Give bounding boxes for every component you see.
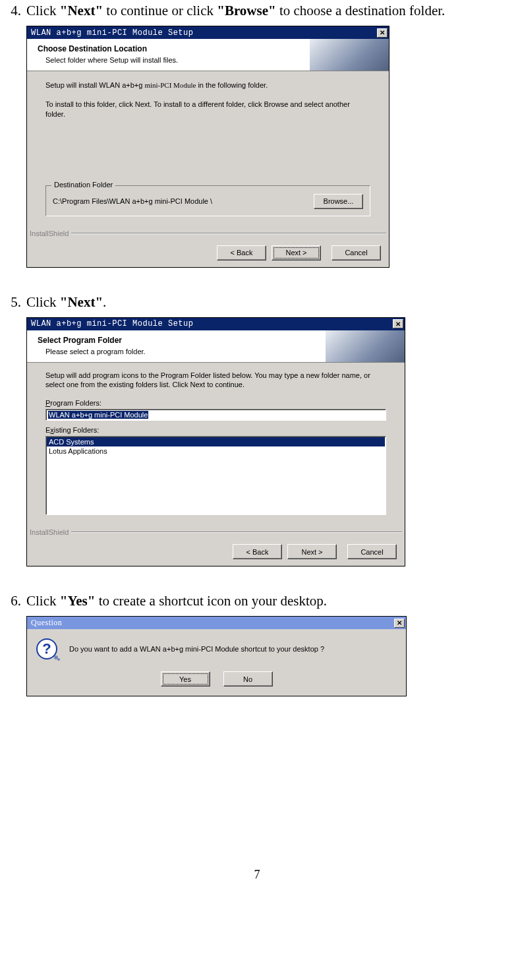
window-title: WLAN a+b+g mini-PCI Module Setup xyxy=(28,28,376,38)
footer-separator: InstallShield xyxy=(30,230,386,237)
existing-folders-list[interactable]: ACD Systems Lotus Applications xyxy=(45,436,386,515)
header-graphic xyxy=(326,330,405,363)
step-5-text: Click "Next". xyxy=(26,294,514,311)
close-icon[interactable]: ✕ xyxy=(377,28,388,38)
titlebar: WLAN a+b+g mini-PCI Module Setup ✕ xyxy=(27,26,389,39)
list-item[interactable]: Lotus Applications xyxy=(47,446,385,456)
back-button[interactable]: < Back xyxy=(217,245,266,260)
paragraph-1: Setup will add program icons to the Prog… xyxy=(45,371,386,390)
close-icon[interactable]: ✕ xyxy=(393,319,403,328)
browse-button[interactable]: Browse... xyxy=(314,194,363,209)
program-folders-label: Program Folders: xyxy=(45,399,386,407)
wizard-buttons: < Back Next > Cancel xyxy=(27,237,389,267)
step-6: 6. Click "Yes" to create a shortcut icon… xyxy=(0,593,514,609)
message-text: Do you want to add a WLAN a+b+g mini-PCI… xyxy=(69,645,324,653)
list-item[interactable]: ACD Systems xyxy=(47,437,385,446)
dialog-destination: WLAN a+b+g mini-PCI Module Setup ✕ Choos… xyxy=(27,26,389,267)
close-icon[interactable]: ✕ xyxy=(394,619,405,628)
step-6-text: Click "Yes" to create a shortcut icon on… xyxy=(26,593,514,609)
step-4-number: 4. xyxy=(3,3,26,19)
step-4-text: Click "Next" to continue or click "Brows… xyxy=(26,3,514,19)
destination-group: Destination Folder C:\Program Files\WLAN… xyxy=(45,185,370,216)
step-5: 5. Click "Next". xyxy=(0,294,514,311)
cancel-button[interactable]: Cancel xyxy=(331,245,381,260)
no-button[interactable]: No xyxy=(223,671,273,687)
program-folder-input[interactable]: WLAN a+b+g mini-PCI Module xyxy=(45,409,386,421)
step-6-number: 6. xyxy=(3,593,26,609)
paragraph-1: Setup will install WLAN a+b+g mini-PCI M… xyxy=(45,80,370,90)
group-legend: Destination Folder xyxy=(51,181,115,189)
next-button[interactable]: Next > xyxy=(287,544,337,559)
back-button[interactable]: < Back xyxy=(233,544,282,559)
page-number: 7 xyxy=(0,868,514,888)
question-icon: ? xyxy=(36,638,57,659)
step-4: 4. Click "Next" to continue or click "Br… xyxy=(0,3,514,19)
footer-separator: InstallShield xyxy=(30,528,402,536)
paragraph-2: To install to this folder, click Next. T… xyxy=(45,100,370,119)
step-5-number: 5. xyxy=(3,294,26,311)
window-title: Question xyxy=(28,618,393,628)
dialog-program-folder: WLAN a+b+g mini-PCI Module Setup ✕ Selec… xyxy=(27,318,405,567)
message-row: ? Do you want to add a WLAN a+b+g mini-P… xyxy=(36,638,397,659)
titlebar: Question ✕ xyxy=(27,617,406,629)
next-button[interactable]: Next > xyxy=(272,245,321,260)
message-buttons: Yes No xyxy=(36,671,397,687)
destination-path: C:\Program Files\WLAN a+b+g mini-PCI Mod… xyxy=(53,197,307,205)
window-title: WLAN a+b+g mini-PCI Module Setup xyxy=(28,319,391,328)
wizard-header: Choose Destination Location Select folde… xyxy=(27,39,389,71)
dialog-question: Question ✕ ? Do you want to add a WLAN a… xyxy=(27,617,406,696)
header-graphic xyxy=(310,39,389,71)
titlebar: WLAN a+b+g mini-PCI Module Setup ✕ xyxy=(27,318,405,330)
cancel-button[interactable]: Cancel xyxy=(347,544,397,559)
yes-button[interactable]: Yes xyxy=(161,671,210,687)
existing-folders-label: Existing Folders: xyxy=(45,426,386,434)
wizard-header: Select Program Folder Please select a pr… xyxy=(27,330,405,363)
wizard-buttons: < Back Next > Cancel xyxy=(27,536,405,566)
